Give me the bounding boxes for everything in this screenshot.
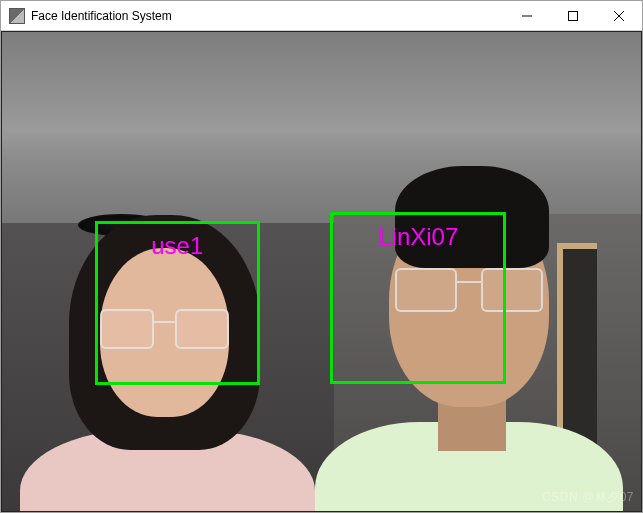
face-bbox: use1 — [95, 221, 260, 385]
close-button[interactable] — [596, 1, 642, 30]
app-icon — [9, 8, 25, 24]
face-bbox: LinXi07 — [330, 212, 506, 384]
svg-rect-1 — [569, 11, 578, 20]
camera-feed: use1 LinXi07 CSDN @林夕07 — [1, 31, 642, 512]
app-window: Face Identification System — [0, 0, 643, 513]
face-label: use1 — [151, 232, 203, 260]
maximize-button[interactable] — [550, 1, 596, 30]
minimize-button[interactable] — [504, 1, 550, 30]
client-area: use1 LinXi07 CSDN @林夕07 — [1, 31, 642, 512]
face-label: LinXi07 — [378, 223, 458, 251]
watermark-text: CSDN @林夕07 — [542, 489, 634, 506]
window-title: Face Identification System — [31, 9, 504, 23]
window-controls — [504, 1, 642, 30]
titlebar[interactable]: Face Identification System — [1, 1, 642, 31]
